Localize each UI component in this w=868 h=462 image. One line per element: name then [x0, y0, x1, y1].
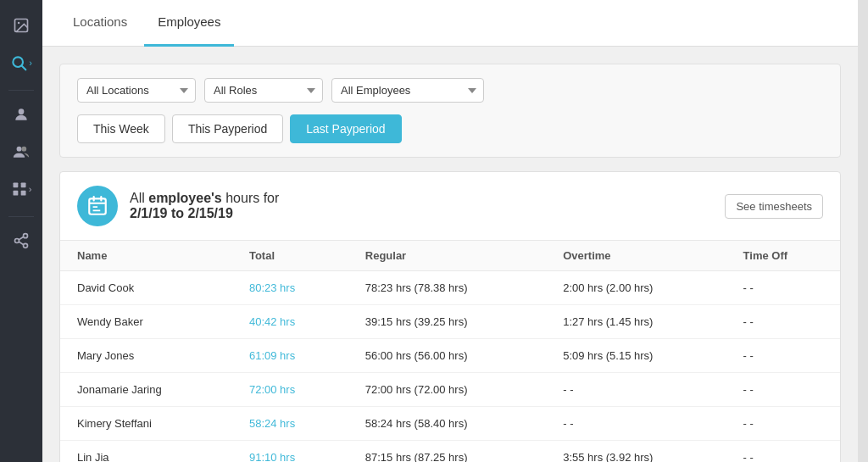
- svg-rect-10: [20, 191, 25, 196]
- nav-locations[interactable]: Locations: [59, 0, 141, 47]
- location-filter[interactable]: All Locations: [77, 78, 196, 103]
- cell-timeoff-5: - -: [726, 441, 840, 463]
- search-sidebar-icon[interactable]: ›: [4, 46, 38, 80]
- top-nav: Locations Employees: [42, 0, 858, 47]
- cell-total-5[interactable]: 91:10 hrs: [232, 441, 348, 463]
- col-header-total: Total: [232, 241, 348, 271]
- table-row: David Cook 80:23 hrs 78:23 hrs (78.38 hr…: [60, 271, 840, 305]
- report-icon: [77, 186, 118, 226]
- svg-point-5: [17, 147, 22, 152]
- main-content: Locations Employees All Locations All Ro…: [42, 0, 858, 462]
- sidebar-divider: [8, 90, 34, 91]
- cell-overtime-3: - -: [546, 373, 726, 407]
- col-header-timeoff: Time Off: [726, 241, 840, 271]
- svg-line-14: [19, 237, 24, 240]
- sidebar: › ›: [0, 0, 42, 462]
- role-filter[interactable]: All Roles: [204, 78, 323, 103]
- report-header: All employee's hours for 2/1/19 to 2/15/…: [60, 172, 840, 241]
- group-sidebar-icon[interactable]: [4, 135, 38, 169]
- last-payperiod-button[interactable]: Last Payperiod: [290, 114, 401, 143]
- cell-overtime-1: 1:27 hrs (1.45 hrs): [546, 305, 726, 339]
- svg-point-4: [19, 109, 25, 114]
- period-buttons: This Week This Payperiod Last Payperiod: [77, 114, 823, 143]
- report-date-range: 2/1/19 to 2/15/19: [130, 206, 279, 221]
- right-scrollbar[interactable]: [858, 0, 868, 462]
- cell-regular-3: 72:00 hrs (72.00 hrs): [348, 373, 546, 407]
- cell-name-0: David Cook: [60, 271, 232, 305]
- cell-overtime-2: 5:09 hrs (5.15 hrs): [546, 339, 726, 373]
- see-timesheets-button[interactable]: See timesheets: [725, 194, 823, 219]
- content-area: All Locations All Roles All Employees Th…: [42, 47, 858, 462]
- this-payperiod-button[interactable]: This Payperiod: [172, 114, 283, 143]
- this-week-button[interactable]: This Week: [77, 114, 165, 143]
- cell-name-5: Lin Jia: [60, 441, 232, 463]
- cell-timeoff-2: - -: [726, 339, 840, 373]
- filter-row: All Locations All Roles All Employees: [77, 78, 823, 103]
- cell-name-1: Wendy Baker: [60, 305, 232, 339]
- col-header-name: Name: [60, 241, 232, 271]
- cell-regular-5: 87:15 hrs (87.25 hrs): [348, 441, 546, 463]
- report-title-block: All employee's hours for 2/1/19 to 2/15/…: [130, 191, 279, 221]
- svg-point-13: [24, 243, 28, 248]
- svg-rect-9: [13, 191, 18, 196]
- report-card: All employee's hours for 2/1/19 to 2/15/…: [59, 171, 841, 462]
- col-header-overtime: Overtime: [546, 241, 726, 271]
- cell-regular-2: 56:00 hrs (56.00 hrs): [348, 339, 546, 373]
- table-row: Kimery Steffani 58:24 hrs 58:24 hrs (58.…: [60, 407, 840, 441]
- image-sidebar-icon[interactable]: [4, 8, 38, 42]
- svg-point-12: [15, 239, 19, 243]
- person-sidebar-icon[interactable]: [4, 97, 38, 131]
- cell-name-3: Jonamarie Jaring: [60, 373, 232, 407]
- cell-regular-1: 39:15 hrs (39.25 hrs): [348, 305, 546, 339]
- cell-regular-0: 78:23 hrs (78.38 hrs): [348, 271, 546, 305]
- report-header-left: All employee's hours for 2/1/19 to 2/15/…: [77, 186, 279, 226]
- cell-regular-4: 58:24 hrs (58.40 hrs): [348, 407, 546, 441]
- cell-total-2[interactable]: 61:09 hrs: [232, 339, 348, 373]
- svg-rect-7: [13, 183, 18, 188]
- svg-rect-8: [20, 183, 25, 188]
- cell-total-3[interactable]: 72:00 hrs: [232, 373, 348, 407]
- cell-overtime-4: - -: [546, 407, 726, 441]
- cell-timeoff-3: - -: [726, 373, 840, 407]
- employee-filter[interactable]: All Employees: [331, 78, 484, 103]
- svg-line-15: [19, 242, 24, 245]
- cell-timeoff-4: - -: [726, 407, 840, 441]
- table-row: Mary Jones 61:09 hrs 56:00 hrs (56.00 hr…: [60, 339, 840, 373]
- sidebar-divider-2: [8, 216, 34, 217]
- cell-total-0[interactable]: 80:23 hrs: [232, 271, 348, 305]
- table-row: Jonamarie Jaring 72:00 hrs 72:00 hrs (72…: [60, 373, 840, 407]
- hours-table: Name Total Regular Overtime Time Off Dav…: [60, 241, 840, 462]
- cell-name-2: Mary Jones: [60, 339, 232, 373]
- cell-timeoff-0: - -: [726, 271, 840, 305]
- cell-overtime-0: 2:00 hrs (2.00 hrs): [546, 271, 726, 305]
- cell-overtime-5: 3:55 hrs (3.92 hrs): [546, 441, 726, 463]
- cell-total-4[interactable]: 58:24 hrs: [232, 407, 348, 441]
- table-row: Lin Jia 91:10 hrs 87:15 hrs (87.25 hrs) …: [60, 441, 840, 463]
- cell-name-4: Kimery Steffani: [60, 407, 232, 441]
- svg-line-3: [22, 66, 26, 70]
- filter-bar: All Locations All Roles All Employees Th…: [59, 64, 841, 158]
- svg-point-1: [18, 22, 19, 24]
- table-row: Wendy Baker 40:42 hrs 39:15 hrs (39.25 h…: [60, 305, 840, 339]
- report-title: All employee's hours for: [130, 191, 279, 206]
- svg-point-6: [21, 147, 26, 152]
- grid-sidebar-icon[interactable]: ›: [4, 172, 38, 206]
- nav-employees[interactable]: Employees: [144, 0, 234, 47]
- svg-point-11: [24, 234, 28, 238]
- cell-timeoff-1: - -: [726, 305, 840, 339]
- share-sidebar-icon[interactable]: [4, 224, 38, 258]
- cell-total-1[interactable]: 40:42 hrs: [232, 305, 348, 339]
- col-header-regular: Regular: [348, 241, 546, 271]
- table-header-row: Name Total Regular Overtime Time Off: [60, 241, 840, 271]
